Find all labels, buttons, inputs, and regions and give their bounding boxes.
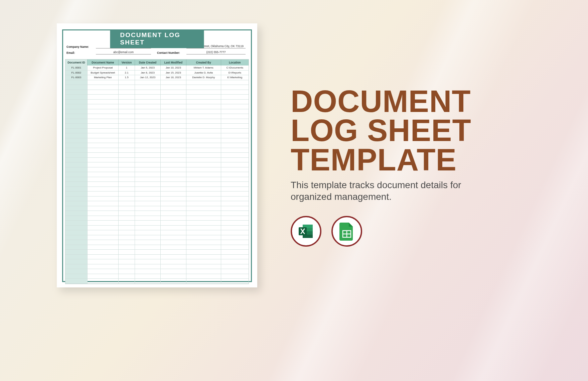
table-cell-empty (88, 138, 119, 143)
table-cell-empty (119, 133, 135, 138)
table-cell-empty (186, 172, 221, 177)
table-cell-empty (221, 264, 249, 269)
table-cell-empty (161, 250, 186, 255)
table-cell-empty (186, 95, 221, 100)
table-cell-empty (135, 226, 161, 231)
table-cell-empty (135, 114, 161, 119)
table-cell-empty (65, 250, 88, 255)
table-cell-empty (88, 255, 119, 260)
table-cell-empty (119, 279, 135, 284)
table-row-empty (65, 109, 249, 114)
table-cell: 1.5 (119, 75, 135, 80)
table-cell-empty (221, 114, 249, 119)
table-cell-empty (186, 85, 221, 90)
table-cell-empty (135, 216, 161, 221)
table-cell-empty (161, 221, 186, 226)
table-cell-empty (135, 162, 161, 167)
table-cell-empty (221, 177, 249, 182)
table-cell-empty (221, 245, 249, 250)
table-cell-empty (65, 114, 88, 119)
table-cell-empty (65, 230, 88, 235)
table-cell-empty (65, 240, 88, 245)
contact-label: Contact Number: (157, 51, 186, 54)
table-cell: Jan 12, 2023 (135, 75, 161, 80)
table-cell-empty (65, 226, 88, 231)
headline-line-2: LOG SHEET (291, 116, 525, 145)
table-cell-empty (88, 250, 119, 255)
table-cell-empty (135, 197, 161, 202)
table-cell-empty (88, 192, 119, 197)
table-cell-empty (119, 245, 135, 250)
table-cell-empty (135, 245, 161, 250)
table-cell-empty (119, 221, 135, 226)
table-row-empty (65, 129, 249, 134)
table-row-empty (65, 100, 249, 105)
table-row-empty (65, 114, 249, 119)
table-cell-empty (88, 114, 119, 119)
table-cell-empty (65, 177, 88, 182)
table-row-empty (65, 90, 249, 95)
table-cell: E:\Marketing (221, 75, 249, 80)
table-cell-empty (221, 226, 249, 231)
table-cell-empty (65, 182, 88, 187)
table-cell-empty (221, 90, 249, 95)
table-cell-empty (65, 104, 88, 109)
table-cell-empty (221, 201, 249, 206)
table-cell-empty (88, 100, 119, 105)
table-cell-empty (88, 264, 119, 269)
table-row: FL-0001Project Proposal1Jan 5, 2023Jan 1… (65, 66, 249, 71)
table-cell-empty (119, 162, 135, 167)
table-cell-empty (135, 221, 161, 226)
table-cell-empty (186, 279, 221, 284)
table-cell-empty (65, 143, 88, 148)
table-cell-empty (221, 143, 249, 148)
table-cell-empty (135, 148, 161, 153)
table-row-empty (65, 85, 249, 90)
table-cell-empty (88, 259, 119, 264)
table-cell-empty (135, 138, 161, 143)
table-cell-empty (135, 264, 161, 269)
table-cell-empty (221, 85, 249, 90)
excel-icon[interactable] (291, 216, 321, 247)
table-cell-empty (161, 197, 186, 202)
table-cell-empty (221, 269, 249, 274)
table-row-empty (65, 279, 249, 284)
google-sheets-icon[interactable] (331, 216, 362, 247)
table-cell-empty (186, 138, 221, 143)
table-cell-empty (221, 167, 249, 172)
table-cell-empty (161, 167, 186, 172)
table-cell-empty (88, 90, 119, 95)
table-cell-empty (135, 95, 161, 100)
table-cell-empty (135, 167, 161, 172)
table-cell-empty (119, 172, 135, 177)
table-cell-empty (65, 264, 88, 269)
table-cell-empty (186, 153, 221, 158)
table-cell-empty (119, 197, 135, 202)
table-row-empty (65, 216, 249, 221)
table-cell-empty (161, 230, 186, 235)
table-cell-empty (88, 153, 119, 158)
table-cell-empty (221, 124, 249, 129)
table-cell-empty (65, 269, 88, 274)
table-cell-empty (65, 167, 88, 172)
table-cell-empty (135, 177, 161, 182)
table-cell-empty (65, 279, 88, 284)
table-cell-empty (186, 182, 221, 187)
table-cell-empty (135, 133, 161, 138)
table-cell-empty (88, 279, 119, 284)
table-cell-empty (88, 201, 119, 206)
table-cell-empty (221, 255, 249, 260)
table-cell-empty (119, 211, 135, 216)
table-cell-empty (186, 129, 221, 134)
table-cell-empty (88, 143, 119, 148)
table-row-empty (65, 264, 249, 269)
table-row-empty (65, 221, 249, 226)
table-row-empty (65, 80, 249, 85)
table-cell-empty (88, 226, 119, 231)
table-row-empty (65, 138, 249, 143)
table-cell-empty (88, 158, 119, 163)
table-cell-empty (161, 129, 186, 134)
table-header: Document ID Document Name Version Date C… (65, 59, 249, 66)
table-cell: 2.1 (119, 71, 135, 76)
table-cell-empty (186, 119, 221, 124)
